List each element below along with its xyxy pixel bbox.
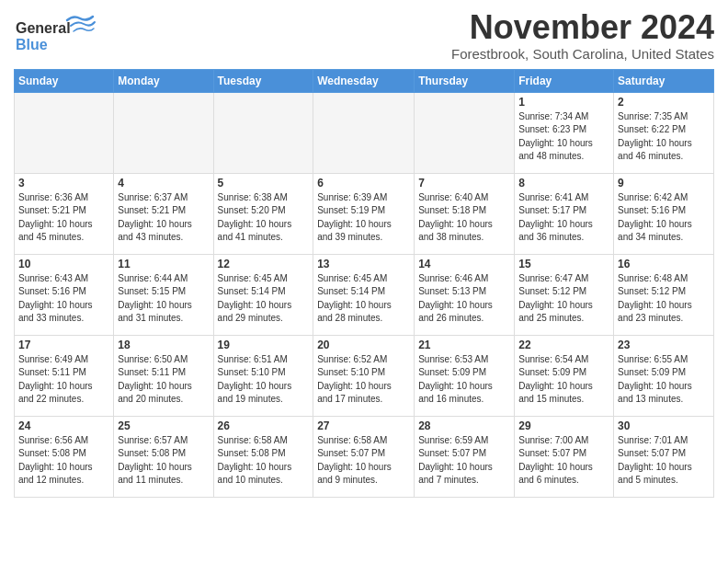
day-info: Sunrise: 6:41 AMSunset: 5:17 PMDaylight:…	[518, 191, 609, 245]
day-number: 11	[118, 258, 209, 270]
day-info: Sunrise: 6:58 AMSunset: 5:07 PMDaylight:…	[317, 434, 410, 488]
calendar-cell: 6Sunrise: 6:39 AMSunset: 5:19 PMDaylight…	[313, 173, 415, 254]
day-number: 20	[317, 339, 410, 351]
day-number: 3	[18, 177, 109, 190]
weekday-header-row: SundayMondayTuesdayWednesdayThursdayFrid…	[15, 69, 714, 92]
weekday-header-sunday: Sunday	[15, 69, 114, 92]
title-block: November 2024 Forestbrook, South Carolin…	[451, 9, 714, 62]
calendar-cell: 19Sunrise: 6:51 AMSunset: 5:10 PMDayligh…	[213, 335, 313, 416]
calendar-cell: 26Sunrise: 6:58 AMSunset: 5:08 PMDayligh…	[213, 416, 313, 497]
day-number: 23	[618, 339, 710, 351]
calendar-cell: 29Sunrise: 7:00 AMSunset: 5:07 PMDayligh…	[515, 416, 614, 497]
day-info: Sunrise: 6:42 AMSunset: 5:16 PMDaylight:…	[618, 191, 710, 245]
calendar-cell: 10Sunrise: 6:43 AMSunset: 5:16 PMDayligh…	[15, 254, 114, 335]
header: General Blue November 2024 Forestbrook, …	[14, 9, 714, 62]
logo-svg: General Blue	[14, 13, 97, 61]
weekday-header-monday: Monday	[114, 69, 213, 92]
day-info: Sunrise: 6:40 AMSunset: 5:18 PMDaylight:…	[418, 191, 510, 245]
day-info: Sunrise: 6:47 AMSunset: 5:12 PMDaylight:…	[518, 272, 609, 326]
day-info: Sunrise: 6:57 AMSunset: 5:08 PMDaylight:…	[118, 434, 209, 488]
day-info: Sunrise: 6:50 AMSunset: 5:11 PMDaylight:…	[118, 353, 209, 407]
day-number: 26	[218, 419, 310, 432]
day-number: 19	[218, 339, 310, 351]
day-number: 16	[618, 258, 710, 270]
weekday-header-tuesday: Tuesday	[213, 69, 313, 92]
calendar-cell: 11Sunrise: 6:44 AMSunset: 5:15 PMDayligh…	[114, 254, 213, 335]
weekday-header-wednesday: Wednesday	[313, 69, 415, 92]
calendar-cell: 8Sunrise: 6:41 AMSunset: 5:17 PMDaylight…	[515, 173, 614, 254]
day-number: 28	[418, 419, 510, 432]
calendar-cell: 23Sunrise: 6:55 AMSunset: 5:09 PMDayligh…	[614, 335, 714, 416]
day-number: 4	[118, 177, 209, 190]
calendar-cell: 28Sunrise: 6:59 AMSunset: 5:07 PMDayligh…	[415, 416, 515, 497]
month-title: November 2024	[451, 9, 714, 46]
day-number: 29	[518, 419, 609, 432]
weekday-header-friday: Friday	[515, 69, 614, 92]
day-info: Sunrise: 6:43 AMSunset: 5:16 PMDaylight:…	[18, 272, 109, 326]
day-number: 17	[18, 339, 109, 351]
day-number: 21	[418, 339, 510, 351]
day-number: 5	[218, 177, 310, 190]
day-info: Sunrise: 6:44 AMSunset: 5:15 PMDaylight:…	[118, 272, 209, 326]
calendar-cell: 20Sunrise: 6:52 AMSunset: 5:10 PMDayligh…	[313, 335, 415, 416]
day-info: Sunrise: 6:46 AMSunset: 5:13 PMDaylight:…	[418, 272, 510, 326]
day-info: Sunrise: 6:37 AMSunset: 5:21 PMDaylight:…	[118, 191, 209, 245]
logo: General Blue	[14, 13, 97, 61]
week-row-5: 24Sunrise: 6:56 AMSunset: 5:08 PMDayligh…	[15, 416, 714, 497]
day-number: 14	[418, 258, 510, 270]
calendar-cell: 3Sunrise: 6:36 AMSunset: 5:21 PMDaylight…	[15, 173, 114, 254]
day-number: 24	[18, 419, 109, 432]
day-info: Sunrise: 7:34 AMSunset: 6:23 PMDaylight:…	[518, 110, 609, 164]
calendar-cell	[313, 92, 415, 173]
day-info: Sunrise: 6:39 AMSunset: 5:19 PMDaylight:…	[317, 191, 410, 245]
calendar-cell: 9Sunrise: 6:42 AMSunset: 5:16 PMDaylight…	[614, 173, 714, 254]
day-info: Sunrise: 6:58 AMSunset: 5:08 PMDaylight:…	[218, 434, 310, 488]
calendar-cell	[15, 92, 114, 173]
weekday-header-thursday: Thursday	[415, 69, 515, 92]
day-info: Sunrise: 6:38 AMSunset: 5:20 PMDaylight:…	[218, 191, 310, 245]
day-info: Sunrise: 6:45 AMSunset: 5:14 PMDaylight:…	[218, 272, 310, 326]
day-number: 13	[317, 258, 410, 270]
calendar-cell: 1Sunrise: 7:34 AMSunset: 6:23 PMDaylight…	[515, 92, 614, 173]
day-number: 30	[618, 419, 710, 432]
calendar-cell: 13Sunrise: 6:45 AMSunset: 5:14 PMDayligh…	[313, 254, 415, 335]
calendar-cell: 15Sunrise: 6:47 AMSunset: 5:12 PMDayligh…	[515, 254, 614, 335]
calendar-cell: 27Sunrise: 6:58 AMSunset: 5:07 PMDayligh…	[313, 416, 415, 497]
calendar-cell: 12Sunrise: 6:45 AMSunset: 5:14 PMDayligh…	[213, 254, 313, 335]
day-number: 25	[118, 419, 209, 432]
calendar-cell: 24Sunrise: 6:56 AMSunset: 5:08 PMDayligh…	[15, 416, 114, 497]
day-info: Sunrise: 7:01 AMSunset: 5:07 PMDaylight:…	[618, 434, 710, 488]
calendar-cell	[415, 92, 515, 173]
weekday-header-saturday: Saturday	[614, 69, 714, 92]
calendar-cell: 16Sunrise: 6:48 AMSunset: 5:12 PMDayligh…	[614, 254, 714, 335]
calendar-cell: 2Sunrise: 7:35 AMSunset: 6:22 PMDaylight…	[614, 92, 714, 173]
week-row-1: 1Sunrise: 7:34 AMSunset: 6:23 PMDaylight…	[15, 92, 714, 173]
svg-text:Blue: Blue	[16, 37, 48, 52]
svg-text:General: General	[16, 20, 71, 36]
day-number: 8	[518, 177, 609, 190]
calendar-cell: 14Sunrise: 6:46 AMSunset: 5:13 PMDayligh…	[415, 254, 515, 335]
day-info: Sunrise: 6:52 AMSunset: 5:10 PMDaylight:…	[317, 353, 410, 407]
calendar-cell	[213, 92, 313, 173]
day-info: Sunrise: 7:35 AMSunset: 6:22 PMDaylight:…	[618, 110, 710, 164]
calendar-cell: 22Sunrise: 6:54 AMSunset: 5:09 PMDayligh…	[515, 335, 614, 416]
day-info: Sunrise: 6:49 AMSunset: 5:11 PMDaylight:…	[18, 353, 109, 407]
day-number: 12	[218, 258, 310, 270]
day-number: 1	[518, 96, 609, 109]
calendar-cell: 25Sunrise: 6:57 AMSunset: 5:08 PMDayligh…	[114, 416, 213, 497]
day-info: Sunrise: 6:55 AMSunset: 5:09 PMDaylight:…	[618, 353, 710, 407]
location: Forestbrook, South Carolina, United Stat…	[451, 46, 714, 62]
calendar-cell: 21Sunrise: 6:53 AMSunset: 5:09 PMDayligh…	[415, 335, 515, 416]
calendar-cell: 30Sunrise: 7:01 AMSunset: 5:07 PMDayligh…	[614, 416, 714, 497]
day-number: 9	[618, 177, 710, 190]
day-number: 22	[518, 339, 609, 351]
day-info: Sunrise: 6:51 AMSunset: 5:10 PMDaylight:…	[218, 353, 310, 407]
day-number: 7	[418, 177, 510, 190]
day-number: 18	[118, 339, 209, 351]
day-info: Sunrise: 6:45 AMSunset: 5:14 PMDaylight:…	[317, 272, 410, 326]
day-number: 6	[317, 177, 410, 190]
calendar-cell: 5Sunrise: 6:38 AMSunset: 5:20 PMDaylight…	[213, 173, 313, 254]
day-info: Sunrise: 6:48 AMSunset: 5:12 PMDaylight:…	[618, 272, 710, 326]
week-row-2: 3Sunrise: 6:36 AMSunset: 5:21 PMDaylight…	[15, 173, 714, 254]
week-row-3: 10Sunrise: 6:43 AMSunset: 5:16 PMDayligh…	[15, 254, 714, 335]
